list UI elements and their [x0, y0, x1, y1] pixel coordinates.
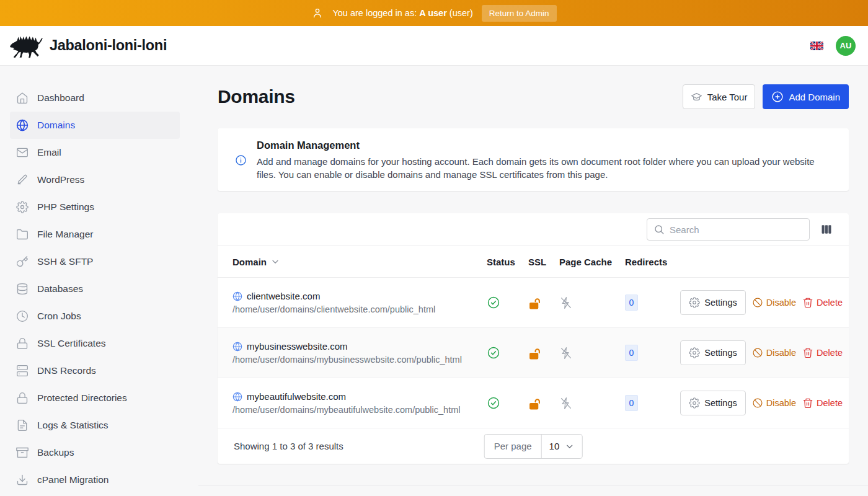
column-header-page-cache: Page Cache — [559, 257, 625, 267]
status-enabled-icon — [487, 296, 500, 309]
home-icon — [16, 92, 29, 104]
main-content: Domains Take Tour Add Domain Domain Mana… — [198, 66, 868, 496]
user-icon — [311, 7, 324, 19]
sidebar-item-dashboard[interactable]: Dashboard — [10, 84, 180, 112]
avatar[interactable]: AU — [836, 36, 856, 56]
columns-toggle-button[interactable] — [820, 223, 833, 236]
delete-button[interactable]: Delete — [802, 297, 843, 308]
banner-user-name: A user — [419, 8, 447, 18]
gear-icon — [16, 201, 29, 213]
mail-icon — [16, 146, 29, 159]
status-enabled-icon — [487, 396, 500, 410]
globe-icon — [232, 392, 242, 402]
per-page-label: Per page — [485, 435, 542, 458]
plus-circle-icon — [771, 91, 784, 103]
ban-icon — [752, 397, 763, 409]
take-tour-button[interactable]: Take Tour — [683, 84, 756, 109]
delete-button[interactable]: Delete — [802, 347, 843, 358]
sidebar-item-logs-statistics[interactable]: Logs & Statistics — [10, 412, 180, 439]
lock-icon — [16, 337, 29, 350]
table-header-row: Domain Status SSL Page Cache Redirects — [218, 246, 849, 278]
search-input[interactable] — [670, 224, 803, 235]
sidebar-item-dns-records[interactable]: DNS Records — [10, 357, 180, 384]
add-domain-button[interactable]: Add Domain — [763, 84, 849, 109]
lock-icon — [16, 392, 29, 404]
ssl-unlocked-icon[interactable] — [528, 397, 541, 410]
page-title: Domains — [218, 86, 295, 107]
brand-name: Jabaloni-loni-loni — [50, 37, 167, 54]
sidebar-item-email[interactable]: Email — [10, 139, 180, 166]
globe-icon — [16, 119, 29, 131]
page-cache-disabled-icon[interactable] — [559, 296, 572, 309]
settings-button[interactable]: Settings — [680, 391, 745, 415]
redirects-badge[interactable]: 0 — [625, 345, 638, 361]
domain-path: /home/user/domains/mybeautifulwebsite.co… — [232, 405, 487, 415]
language-flag-icon[interactable] — [810, 42, 823, 50]
sidebar-item-cpanel-migration[interactable]: cPanel Migration — [10, 466, 180, 494]
sidebar-item-file-manager[interactable]: File Manager — [10, 221, 180, 248]
download-icon — [16, 474, 29, 486]
domain-name: clientwebsite.com — [247, 291, 320, 301]
ssl-unlocked-icon[interactable] — [528, 347, 541, 360]
column-header-status: Status — [487, 257, 528, 267]
table-row: mybusinesswebsite.com /home/user/domains… — [218, 328, 849, 378]
sidebar-item-cron-jobs[interactable]: Cron Jobs — [10, 303, 180, 330]
per-page-select[interactable]: 10 — [542, 441, 582, 451]
domains-table-card: Domain Status SSL Page Cache Redirects c… — [218, 213, 849, 464]
domain-name: mybeautifulwebsite.com — [247, 391, 346, 402]
folder-icon — [16, 228, 29, 241]
brand: Jabaloni-loni-loni — [10, 33, 167, 59]
key-icon — [16, 255, 29, 268]
ssl-unlocked-icon[interactable] — [528, 296, 541, 309]
pencil-icon — [16, 174, 29, 186]
archive-icon — [16, 446, 29, 459]
table-row: mybeautifulwebsite.com /home/user/domain… — [218, 378, 849, 428]
table-footer: Showing 1 to 3 of 3 results Per page 10 — [218, 428, 849, 464]
banner-message: You are logged in as: A user (user) — [332, 8, 472, 18]
domain-name: mybusinesswebsite.com — [247, 341, 348, 352]
page-cache-disabled-icon[interactable] — [559, 347, 572, 360]
sidebar-item-protected-directories[interactable]: Protected Directories — [10, 384, 180, 412]
info-body: Add and manage domains for your hosting … — [257, 156, 818, 181]
domain-path: /home/user/domains/mybusinesswebsite.com… — [232, 355, 487, 365]
server-icon — [16, 365, 29, 377]
info-box: Domain Management Add and manage domains… — [218, 128, 849, 191]
gear-icon — [689, 397, 700, 409]
sort-chevron-icon — [270, 257, 280, 267]
columns-icon — [820, 223, 833, 236]
info-title: Domain Management — [257, 138, 818, 152]
header-right: AU — [810, 36, 858, 56]
delete-button[interactable]: Delete — [802, 397, 843, 409]
disable-button[interactable]: Disable — [752, 347, 796, 358]
boar-logo-icon — [10, 33, 43, 59]
sidebar-item-domains[interactable]: Domains — [10, 112, 180, 139]
search-box — [647, 218, 810, 241]
settings-button[interactable]: Settings — [680, 340, 745, 365]
impersonation-banner: You are logged in as: A user (user) Retu… — [0, 0, 868, 26]
banner-user-role: (user) — [450, 8, 473, 18]
sidebar-item-databases[interactable]: Databases — [10, 275, 180, 303]
sidebar: Dashboard Domains Email WordPress PHP Se… — [0, 66, 198, 496]
page-cache-disabled-icon[interactable] — [559, 397, 572, 410]
sidebar-item-wordpress[interactable]: WordPress — [10, 166, 180, 193]
redirects-badge[interactable]: 0 — [625, 395, 638, 411]
column-header-redirects: Redirects — [625, 257, 679, 267]
column-header-domain[interactable]: Domain — [232, 257, 487, 267]
return-to-admin-button[interactable]: Return to Admin — [482, 5, 557, 22]
sidebar-item-ssh-sftp[interactable]: SSH & SFTP — [10, 248, 180, 275]
globe-icon — [232, 342, 242, 352]
trash-icon — [802, 347, 813, 358]
sidebar-item-php-settings[interactable]: PHP Settings — [10, 193, 180, 221]
disable-button[interactable]: Disable — [752, 397, 796, 409]
clock-icon — [16, 310, 29, 322]
settings-button[interactable]: Settings — [680, 290, 745, 315]
disable-button[interactable]: Disable — [752, 297, 796, 308]
chevron-down-icon — [564, 441, 574, 451]
graduation-cap-icon — [691, 91, 702, 103]
sidebar-item-backups[interactable]: Backups — [10, 439, 180, 466]
redirects-badge[interactable]: 0 — [625, 294, 638, 311]
ban-icon — [752, 347, 763, 358]
sidebar-item-ssl-certificates[interactable]: SSL Certificates — [10, 330, 180, 357]
search-icon — [653, 224, 665, 235]
trash-icon — [802, 397, 813, 409]
